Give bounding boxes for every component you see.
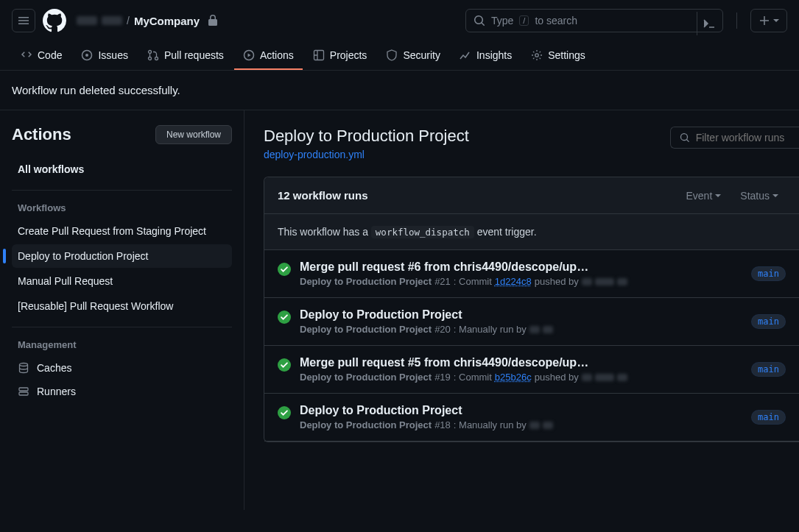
nav-pulls-label: Pull requests: [164, 49, 224, 61]
chevron-down-icon: [715, 194, 721, 197]
branch-badge[interactable]: main: [751, 266, 786, 281]
actor-redacted: [582, 374, 592, 381]
trigger-pre: This workflow has a: [278, 226, 371, 238]
workflow-run-item[interactable]: Deploy to Production Project Deploy to P…: [264, 394, 799, 441]
runs-header: 12 workflow runs Event Status: [264, 177, 799, 214]
sidebar-caches[interactable]: Caches: [12, 356, 232, 380]
repo-nav: Code Issues Pull requests Actions Projec…: [0, 42, 799, 71]
run-number: #18: [434, 419, 451, 430]
nav-insights[interactable]: Insights: [451, 42, 521, 70]
search-label-tosearch: to search: [535, 15, 577, 26]
server-icon: [18, 386, 29, 397]
workflow-file-link[interactable]: deploy-production.yml: [264, 149, 365, 160]
check-circle-icon: [278, 358, 291, 372]
commit-sha-link[interactable]: 1d224c8: [495, 276, 532, 287]
global-search[interactable]: Type / to search: [465, 9, 723, 32]
new-workflow-button[interactable]: New workflow: [155, 125, 232, 144]
search-icon: [474, 15, 485, 26]
run-title: Deploy to Production Project: [300, 404, 594, 417]
shield-icon: [386, 49, 398, 61]
code-icon: [21, 49, 32, 61]
actor-redacted: [543, 326, 553, 333]
sidebar-workflow-item-active[interactable]: Deploy to Production Project: [12, 244, 232, 268]
sidebar-section-workflows: Workflows: [18, 202, 232, 213]
nav-settings-label: Settings: [548, 49, 585, 61]
branch-badge[interactable]: main: [751, 410, 786, 425]
svg-rect-9: [19, 388, 28, 391]
branch-badge[interactable]: main: [751, 362, 786, 377]
sidebar-workflow-item[interactable]: Create Pull Request from Staging Project: [12, 219, 232, 243]
run-title: Merge pull request #6 from chris4490/des…: [300, 260, 594, 274]
nav-security[interactable]: Security: [377, 42, 449, 70]
nav-projects[interactable]: Projects: [304, 42, 376, 70]
sidebar-caches-label: Caches: [37, 362, 71, 374]
run-subtitle: Deploy to Production Project #18: Manual…: [300, 419, 728, 430]
svg-point-1: [85, 54, 88, 57]
actor-redacted: [595, 374, 614, 381]
actor-redacted: [582, 278, 592, 285]
filter-runs[interactable]: [670, 127, 799, 149]
nav-actions-label: Actions: [260, 49, 294, 61]
nav-actions[interactable]: Actions: [234, 42, 303, 70]
svg-point-8: [20, 363, 28, 366]
play-circle-icon: [243, 49, 255, 61]
run-title: Deploy to Production Project: [300, 308, 594, 322]
nav-issues-label: Issues: [98, 49, 127, 61]
nav-projects-label: Projects: [330, 49, 367, 61]
run-workflow-name: Deploy to Production Project: [300, 419, 432, 430]
nav-pulls[interactable]: Pull requests: [138, 42, 233, 70]
workflow-run-item[interactable]: Merge pull request #6 from chris4490/des…: [264, 250, 799, 298]
breadcrumb-repo[interactable]: MyCompany: [134, 15, 200, 27]
divider: [736, 13, 737, 29]
sidebar-runners[interactable]: Runners: [12, 380, 232, 403]
run-number: #19: [434, 372, 451, 383]
breadcrumb-separator: /: [127, 15, 130, 26]
flash-banner: Workflow run deleted successfully.: [0, 71, 799, 110]
breadcrumb-owner-redacted: [77, 16, 97, 25]
nav-settings[interactable]: Settings: [522, 42, 594, 70]
svg-point-4: [155, 57, 158, 60]
chevron-down-icon: [772, 194, 778, 197]
chevron-down-icon: [773, 19, 779, 22]
sidebar-runners-label: Runners: [37, 386, 76, 397]
breadcrumb-owner-redacted: [102, 16, 122, 25]
sidebar-workflow-item[interactable]: [Reusable] Pull Request Workflow: [12, 294, 232, 318]
status-filter-button[interactable]: Status: [740, 190, 778, 202]
github-logo-icon[interactable]: [43, 9, 66, 32]
run-number: #20: [434, 324, 451, 335]
create-new-button[interactable]: [750, 9, 787, 32]
command-palette-button[interactable]: [697, 12, 720, 35]
check-circle-icon: [278, 263, 291, 276]
search-label-type: Type: [491, 15, 513, 26]
trigger-post: event trigger.: [474, 226, 537, 238]
menu-button[interactable]: [12, 9, 35, 32]
svg-point-7: [535, 54, 538, 57]
divider: [12, 327, 232, 327]
runs-count: 12 workflow runs: [278, 189, 368, 202]
event-filter-label: Event: [686, 190, 712, 202]
nav-issues[interactable]: Issues: [72, 42, 136, 70]
run-workflow-name: Deploy to Production Project: [300, 276, 432, 287]
branch-badge[interactable]: main: [751, 314, 786, 329]
run-title: Merge pull request #5 from chris4490/des…: [300, 356, 594, 369]
nav-code[interactable]: Code: [12, 42, 71, 70]
sidebar-all-workflows[interactable]: All workflows: [12, 157, 232, 181]
nav-insights-label: Insights: [476, 49, 512, 61]
event-filter-button[interactable]: Event: [686, 190, 721, 202]
search-icon: [680, 132, 690, 143]
actor-redacted: [595, 278, 614, 285]
main-content: Deploy to Production Project deploy-prod…: [244, 110, 799, 510]
run-workflow-name: Deploy to Production Project: [300, 372, 432, 383]
sidebar-workflow-item[interactable]: Manual Pull Request: [12, 269, 232, 293]
sidebar-section-management: Management: [18, 339, 232, 350]
lock-icon: [207, 15, 219, 26]
database-icon: [18, 362, 29, 374]
workflow-run-item[interactable]: Deploy to Production Project Deploy to P…: [264, 298, 799, 346]
pull-request-icon: [147, 49, 159, 61]
filter-input[interactable]: [696, 132, 790, 143]
workflow-title: Deploy to Production Project: [264, 127, 469, 146]
workflow-run-item[interactable]: Merge pull request #5 from chris4490/des…: [264, 346, 799, 394]
commit-sha-link[interactable]: b25b26c: [495, 372, 532, 383]
actor-redacted: [529, 422, 540, 429]
svg-rect-10: [19, 392, 28, 395]
